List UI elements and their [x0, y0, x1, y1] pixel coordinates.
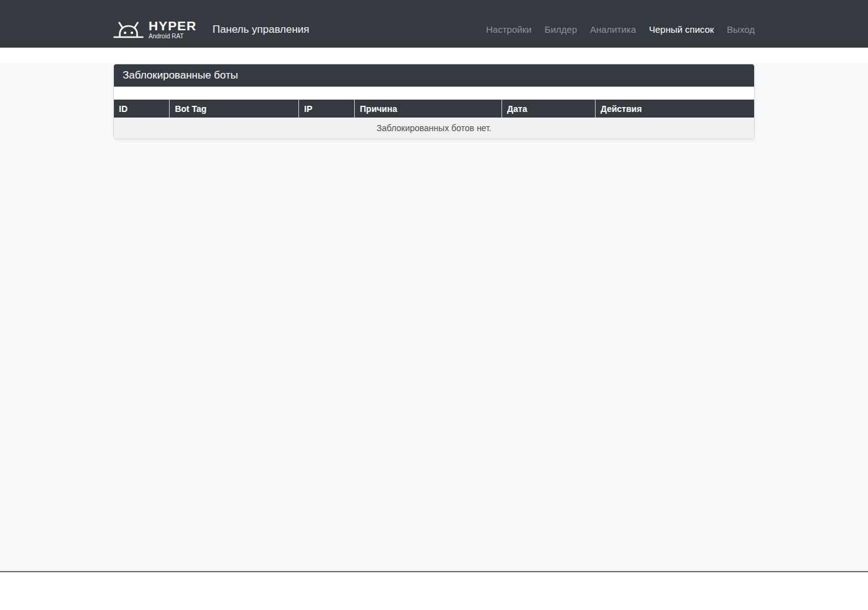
nav-item-logout[interactable]: Выход	[727, 24, 755, 35]
empty-state-message: Заблокированных ботов нет.	[114, 118, 754, 139]
table-header-row: ID Bot Tag IP Причина Дата Действия	[114, 100, 754, 118]
blocked-bots-card: Заблокированные боты ID Bot Tag IP Причи…	[113, 64, 755, 139]
main-content: Заблокированные боты ID Bot Tag IP Причи…	[0, 64, 868, 572]
column-header-reason: Причина	[355, 100, 502, 118]
page-footer	[0, 572, 868, 610]
nav-item-blacklist[interactable]: Черный список	[649, 24, 714, 35]
top-navbar: HYPER Android RAT Панель управления Наст…	[0, 0, 868, 48]
main-nav: Настройки Билдер Аналитика Черный список…	[473, 24, 755, 35]
column-header-bot-tag: Bot Tag	[170, 100, 299, 118]
column-header-ip: IP	[299, 100, 355, 118]
brand-name: HYPER	[149, 19, 196, 32]
empty-state-row: Заблокированных ботов нет.	[114, 118, 754, 139]
card-title: Заблокированные боты	[114, 64, 754, 87]
page-title: Панель управления	[212, 24, 309, 36]
blocked-bots-table: ID Bot Tag IP Причина Дата Действия Забл…	[114, 100, 754, 139]
brand-subtitle: Android RAT	[149, 33, 196, 40]
brand-link[interactable]: HYPER Android RAT Панель управления	[113, 19, 310, 40]
nav-item-analytics[interactable]: Аналитика	[590, 24, 636, 35]
nav-item-builder[interactable]: Билдер	[545, 24, 577, 35]
column-header-actions: Действия	[596, 100, 754, 118]
android-robot-head-icon	[113, 20, 149, 39]
column-header-id: ID	[114, 100, 170, 118]
brand-text: HYPER Android RAT	[149, 19, 196, 40]
nav-item-settings[interactable]: Настройки	[486, 24, 532, 35]
column-header-date: Дата	[502, 100, 596, 118]
card-body-spacer	[114, 87, 754, 100]
